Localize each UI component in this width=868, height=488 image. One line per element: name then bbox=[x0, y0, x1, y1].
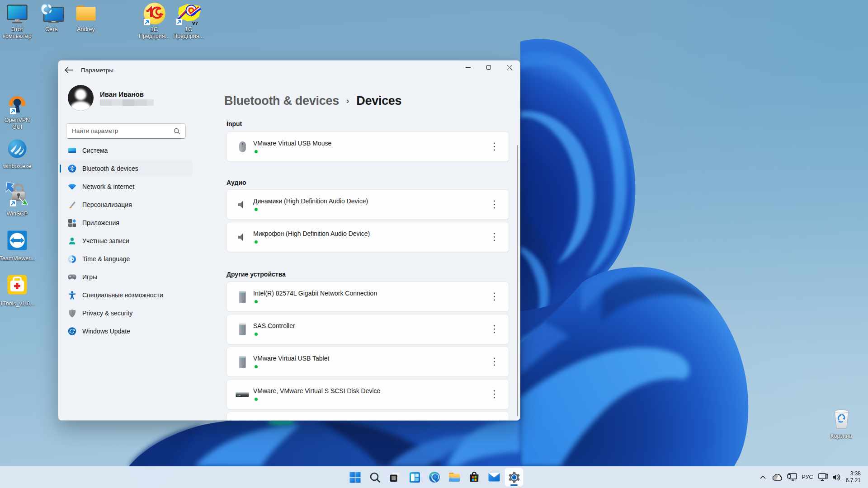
svg-text:V7: V7 bbox=[192, 21, 198, 26]
